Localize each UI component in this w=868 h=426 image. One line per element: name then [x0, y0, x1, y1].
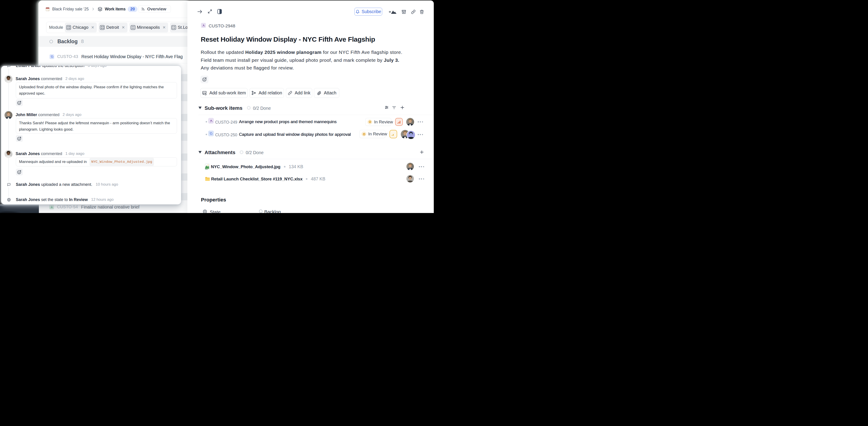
svg-text:PNG: PNG	[206, 168, 208, 169]
